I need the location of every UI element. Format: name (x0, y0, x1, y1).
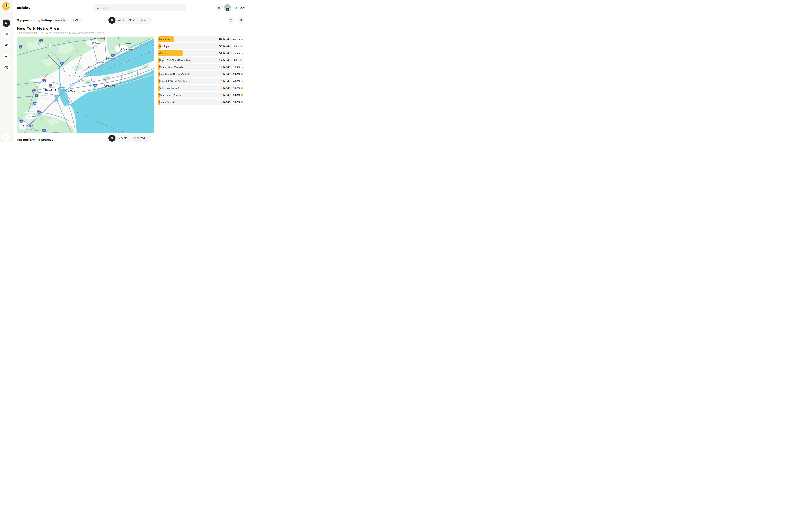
sparkles-icon (4, 55, 8, 58)
trend-arrow-icon (240, 59, 242, 61)
trend-arrow-icon (241, 52, 243, 54)
lead-row-long-island-nassau-suffolk-[interactable]: Long Island (Nassau/Suffolk) 9 leads 35.… (158, 71, 244, 77)
page-title: Insights (17, 6, 30, 9)
lead-pct: 40.0% (233, 80, 240, 82)
avatar[interactable] (224, 4, 231, 11)
chip-keywords[interactable]: Keywords (52, 17, 68, 23)
notification-dot (219, 7, 220, 8)
map-label-n: N (153, 45, 154, 47)
svg-text:195: 195 (43, 130, 45, 132)
lead-trend-badge: 7.7% (232, 58, 244, 63)
tab-listings-year[interactable]: Year (139, 19, 148, 22)
map-new-york-metro[interactable]: 8484695287802802877828795295195495Wallin… (17, 37, 154, 133)
sidebar-item-tools[interactable] (3, 42, 10, 49)
svg-text:287: 287 (61, 63, 63, 64)
search-bar (93, 4, 186, 12)
chip-traffic[interactable]: Traffic (70, 17, 82, 23)
lead-pct: 35.0% (233, 87, 240, 90)
calendar-button[interactable] (227, 17, 235, 24)
filter-button[interactable] (237, 17, 244, 24)
lead-row-upper-east-side-manhattan-[interactable]: Upper East Side (Manhattan) 12 leads 7.7… (158, 57, 244, 63)
grid-icon (4, 32, 8, 36)
tab-listings-all[interactable]: All (108, 17, 115, 24)
lead-count: 10 leads (219, 66, 231, 69)
map-label-danbury: Danbury (94, 42, 101, 44)
tab-sources-recents[interactable]: Recents (115, 137, 130, 139)
lead-count: 12 leads (219, 59, 231, 62)
svg-text:6: 6 (49, 45, 50, 46)
lead-pct: 22.7% (233, 52, 240, 55)
sidebar-item-logout[interactable] (3, 133, 10, 140)
sliders-icon (239, 18, 242, 22)
trend-arrow-icon (241, 87, 243, 89)
map-label-long-island: Long Island (105, 85, 115, 87)
search-input[interactable] (101, 6, 179, 9)
lead-pct: 16.7% (233, 66, 240, 69)
trend-arrow-icon (241, 80, 243, 82)
tab-listings-week[interactable]: Week (115, 19, 127, 22)
tab-sources-all[interactable]: All (108, 135, 115, 142)
trend-arrow-icon (241, 73, 243, 75)
sidebar-item-settings[interactable] (3, 64, 10, 71)
lead-row-williamsburg-brooklyn-[interactable]: Williamsburg (Brooklyn) 10 leads 16.7% (158, 64, 244, 70)
sidebar-item-ai-assist[interactable] (3, 53, 10, 60)
tab-listings-month[interactable]: Month (127, 19, 139, 22)
map-label-newark: Newark (45, 89, 52, 91)
lead-row-queens[interactable]: Queens 51 leads 22.7% (158, 50, 244, 56)
sidebar (0, 0, 13, 142)
notifications-button[interactable] (215, 4, 223, 12)
map-label-new-haven: New Haven (123, 48, 134, 50)
lead-count: 9 leads (221, 101, 231, 103)
leads-list: Manhattan 82 leads 41.8% Brooklyn 55 lea… (158, 36, 244, 105)
lead-pct: 41.8% (233, 38, 240, 40)
lead-trend-badge: 35.0% (232, 72, 244, 77)
tab-sources-connected[interactable]: Connected (130, 137, 147, 139)
avatar-photo (224, 4, 231, 11)
region-subheading: Highlight boroughs + nearby hot zones li… (17, 32, 105, 34)
lead-row-financial-district-manhattan-[interactable]: Financial District (Manhattan) 9 leads 4… (158, 78, 244, 84)
lead-row-westchester-county[interactable]: Westchester County 9 leads 35.0% (158, 92, 244, 98)
map-label-stamford: Stamford (90, 66, 97, 68)
lead-count: 9 leads (221, 80, 231, 83)
lead-trend-badge: 35.0% (232, 100, 244, 104)
bell-icon (217, 6, 221, 10)
lead-count: 9 leads (221, 87, 231, 90)
lead-row-brooklyn[interactable]: Brooklyn 55 leads 1.8% (158, 43, 244, 49)
lead-pct: 35.0% (233, 73, 240, 75)
map-label-new-rochelle: New Rochelle (77, 76, 88, 78)
lead-row-soho-manhattan-[interactable]: SoHo (Manhattan) 9 leads 35.0% (158, 85, 244, 91)
app-logo-clock-icon[interactable] (2, 2, 10, 10)
listings-chips: KeywordsTraffic (52, 17, 82, 23)
map-label-trenton: Trenton (26, 125, 33, 127)
lead-row-jersey-city-nj-[interactable]: Jersey City (NJ) 9 leads 35.0% (158, 99, 244, 105)
svg-text:287: 287 (34, 103, 36, 104)
listings-time-tabs: AllWeekMonthYear (108, 17, 152, 24)
region-heading: New York Metro Area (17, 26, 59, 31)
lead-label: Long Island (Nassau/Suffolk) (159, 73, 190, 75)
lead-row-manhattan[interactable]: Manhattan 82 leads 41.8% (158, 36, 244, 42)
lead-label: Williamsburg (Brooklyn) (159, 66, 185, 69)
lead-label: Upper East Side (Manhattan) (159, 59, 190, 61)
lead-count: 9 leads (221, 94, 231, 97)
lead-count: 51 leads (219, 52, 231, 55)
lead-trend-badge: 1.8% (232, 44, 244, 49)
lead-label: Brooklyn (159, 45, 169, 48)
svg-text:95: 95 (38, 112, 40, 113)
sidebar-item-home[interactable] (3, 20, 10, 26)
lead-trend-badge: 41.8% (232, 37, 244, 42)
lead-trend-badge: 22.7% (232, 51, 244, 56)
map-label-princeton: Princeton (31, 116, 38, 118)
lead-count: 9 leads (221, 73, 231, 76)
sidebar-item-dashboard[interactable] (3, 31, 10, 38)
svg-text:287: 287 (33, 91, 35, 92)
lead-label: SoHo (Manhattan) (159, 87, 179, 90)
svg-text:80: 80 (43, 80, 45, 82)
lead-label: Westchester County (159, 94, 181, 96)
svg-text:78: 78 (36, 95, 37, 97)
sources-tabs: AllRecentsConnected (108, 135, 151, 142)
lead-pct: 7.7% (234, 59, 239, 61)
trend-arrow-icon (241, 94, 243, 96)
lead-trend-badge: 40.0% (232, 79, 244, 84)
user-name: John Doe (234, 6, 244, 9)
lead-trend-badge: 16.7% (232, 65, 244, 70)
